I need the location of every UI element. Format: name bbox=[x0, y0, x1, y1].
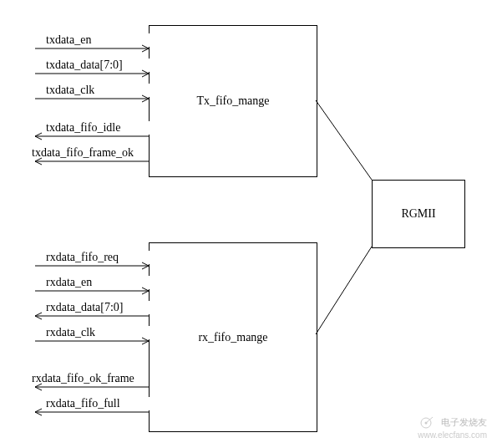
arrow-out-icon bbox=[35, 158, 149, 168]
rx-to-rgmii-line bbox=[316, 247, 374, 339]
svg-line-11 bbox=[316, 100, 372, 180]
arrow-in-icon bbox=[35, 288, 149, 298]
signal-txdata-en: txdata_en bbox=[0, 33, 149, 50]
rx-fifo-block: rx_fifo_mange bbox=[149, 242, 317, 432]
arrow-out-icon bbox=[35, 384, 149, 394]
arrow-out-icon bbox=[35, 133, 149, 143]
watermark-url: www.elecfans.com bbox=[414, 430, 487, 440]
rx-fifo-label: rx_fifo_mange bbox=[198, 331, 267, 344]
tx-fifo-label: Tx_fifo_mange bbox=[196, 94, 269, 108]
arrow-in-icon bbox=[35, 338, 149, 348]
tx-fifo-block: Tx_fifo_mange bbox=[149, 25, 317, 177]
arrow-in-icon bbox=[35, 95, 149, 105]
arrow-out-icon bbox=[35, 313, 149, 323]
signal-rxdata-fifo-full: rxdata_fifo_full bbox=[0, 397, 149, 414]
tx-to-rgmii-line bbox=[316, 100, 374, 184]
arrow-out-icon bbox=[35, 409, 149, 419]
signal-txdata-fifo-idle: txdata_fifo_idle bbox=[0, 121, 149, 138]
signal-rxdata-fifo-req: rxdata_fifo_req bbox=[0, 251, 149, 267]
rgmii-label: RGMII bbox=[401, 207, 435, 221]
watermark: 电子发烧友 www.elecfans.com bbox=[414, 415, 487, 440]
svg-line-12 bbox=[316, 247, 372, 334]
signal-rxdata-fifo-ok-frame: rxdata_fifo_ok_frame bbox=[0, 372, 149, 389]
signal-txdata-data: txdata_data[7:0] bbox=[0, 59, 149, 75]
arrow-in-icon bbox=[35, 262, 149, 272]
arrow-in-icon bbox=[35, 70, 149, 80]
elecfans-logo-icon bbox=[414, 415, 438, 430]
signal-rxdata-clk: rxdata_clk bbox=[0, 326, 149, 343]
arrow-in-icon bbox=[35, 45, 149, 55]
signal-rxdata-en: rxdata_en bbox=[0, 276, 149, 293]
signal-rxdata-data: rxdata_data[7:0] bbox=[0, 301, 149, 318]
watermark-brand: 电子发烧友 bbox=[441, 417, 487, 427]
signal-txdata-fifo-frame-ok: txdata_fifo_frame_ok bbox=[0, 146, 149, 163]
signal-txdata-clk: txdata_clk bbox=[0, 84, 149, 100]
rgmii-block: RGMII bbox=[372, 180, 465, 248]
